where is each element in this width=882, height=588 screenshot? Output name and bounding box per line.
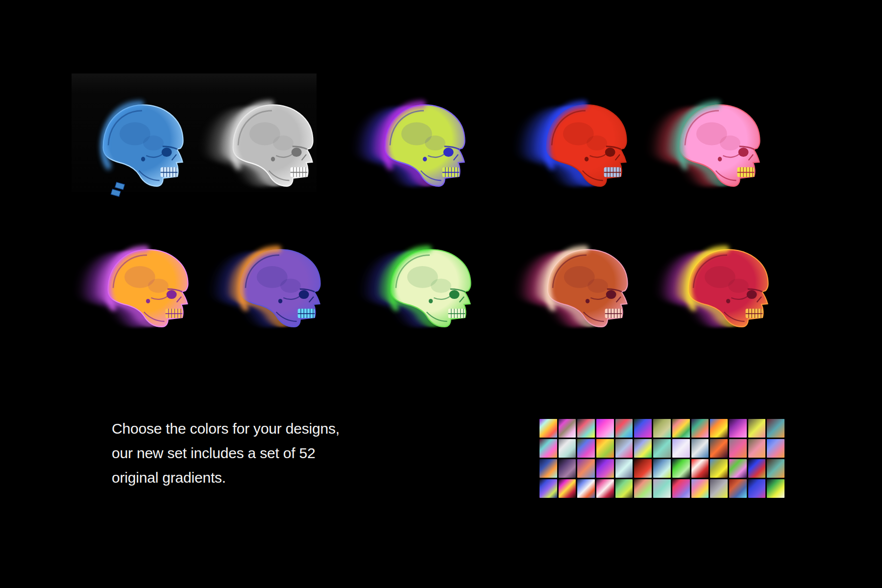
xray-skull-image <box>373 243 486 336</box>
skull-tile-1 <box>86 98 198 196</box>
gradient-swatch <box>729 459 747 478</box>
xray-skull-image <box>662 98 775 196</box>
caption-line: Choose the colors for your designs, <box>112 416 376 441</box>
gradient-swatch <box>691 439 709 458</box>
xray-skull-image <box>530 243 643 336</box>
gradient-swatch <box>691 479 709 498</box>
skull-tile-3 <box>368 98 480 196</box>
xray-skull-image <box>529 98 642 196</box>
skull-tile-6 <box>91 243 203 336</box>
gradient-swatch <box>729 419 747 438</box>
skull-tile-5 <box>662 98 775 196</box>
gradient-swatch <box>653 419 671 438</box>
gradient-swatch <box>634 479 652 498</box>
skull-tile-8 <box>373 243 486 336</box>
gradient-swatch <box>539 479 557 498</box>
gradient-swatch <box>596 419 614 438</box>
gradient-swatch <box>615 419 633 438</box>
gradient-swatch <box>691 459 709 478</box>
caption-line: original gradients. <box>112 466 376 490</box>
gradient-swatch <box>748 419 766 438</box>
skull-tile-9 <box>530 243 643 336</box>
skull-tile-4 <box>529 98 642 196</box>
gradient-swatch <box>596 459 614 478</box>
gradient-swatch <box>539 459 557 478</box>
gradient-swatch <box>729 439 747 458</box>
skull-tile-7 <box>223 243 336 336</box>
gradient-swatch <box>559 479 576 498</box>
xray-skull-image <box>368 98 480 196</box>
gradient-swatch <box>748 459 766 478</box>
gradient-swatch <box>767 439 784 458</box>
gradient-swatch <box>748 439 766 458</box>
gradient-swatch <box>559 459 576 478</box>
gradient-swatch <box>577 419 595 438</box>
gradient-swatch <box>653 479 671 498</box>
gradient-swatch <box>767 479 784 498</box>
gradient-swatch <box>767 459 784 478</box>
gradient-swatch <box>596 439 614 458</box>
gradient-swatch <box>748 479 766 498</box>
promo-canvas: Choose the colors for your designs, our … <box>0 0 882 588</box>
gradient-swatch <box>577 459 595 478</box>
gradient-swatch <box>559 439 576 458</box>
gradient-swatch <box>672 459 690 478</box>
gradient-swatch <box>710 479 728 498</box>
gradient-swatch <box>596 479 614 498</box>
skull-tile-10 <box>671 243 784 336</box>
caption: Choose the colors for your designs, our … <box>112 416 376 490</box>
gradient-swatch <box>634 459 652 478</box>
gradient-swatch <box>615 479 633 498</box>
gradient-swatch-grid <box>539 419 784 498</box>
gradient-swatch <box>672 479 690 498</box>
xray-skull-image <box>671 243 784 336</box>
xray-skull-image <box>223 243 336 336</box>
gradient-swatch <box>539 419 557 438</box>
gradient-swatch <box>653 459 671 478</box>
xray-skull-image <box>91 243 203 336</box>
xray-skull-image <box>216 98 328 196</box>
gradient-swatch <box>710 459 728 478</box>
gradient-swatch <box>634 419 652 438</box>
gradient-swatch <box>710 419 728 438</box>
gradient-swatch <box>710 439 728 458</box>
gradient-swatch <box>559 419 576 438</box>
caption-line: our new set includes a set of 52 <box>112 441 376 466</box>
gradient-swatch <box>729 479 747 498</box>
gradient-swatch <box>577 439 595 458</box>
gradient-swatch <box>577 479 595 498</box>
gradient-swatch <box>634 439 652 458</box>
gradient-swatch <box>539 439 557 458</box>
gradient-swatch <box>615 459 633 478</box>
xray-skull-image <box>86 98 198 196</box>
gradient-swatch <box>653 439 671 458</box>
gradient-swatch <box>672 439 690 458</box>
skull-tile-2 <box>216 98 328 196</box>
gradient-swatch <box>615 439 633 458</box>
gradient-swatch <box>691 419 709 438</box>
gradient-swatch <box>767 419 784 438</box>
gradient-swatch <box>672 419 690 438</box>
